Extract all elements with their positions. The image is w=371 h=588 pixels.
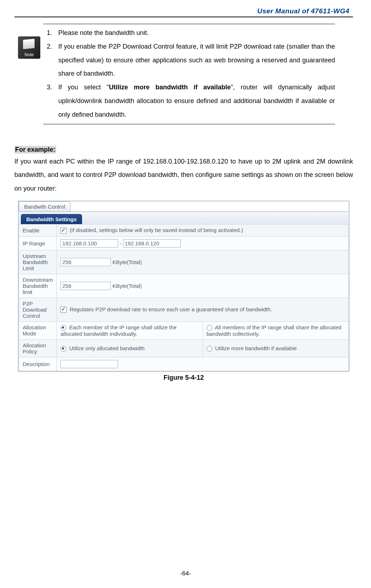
example-label: For example:	[14, 146, 56, 153]
policy-radio-only[interactable]	[60, 346, 66, 352]
upstream-input[interactable]	[60, 258, 111, 266]
note-icon	[18, 36, 40, 59]
mode-opt2-text: All members of the IP range shall share …	[207, 324, 341, 337]
mode-radio-individual[interactable]	[60, 325, 66, 331]
page-number: -64-	[0, 570, 371, 577]
row-upstream-label: Upstream Bandwidth Limit	[19, 250, 57, 274]
row-policy-label: Allocation Policy	[19, 339, 57, 357]
row-enable-label: Enable	[19, 224, 57, 236]
note-item-2: If you enable the P2P Download Control f…	[54, 40, 335, 81]
mode-opt1-text: Each member of the IP range shall utiliz…	[60, 324, 176, 337]
row-description-label: Description	[19, 357, 57, 371]
subtab-bandwidth-settings[interactable]: Bandwidth Settings	[21, 214, 82, 224]
note-item-3: If you select "Utilize more bandwidth if…	[54, 81, 335, 121]
figure-screenshot: Bandwith Control Bandwidth Settings Enab…	[18, 201, 349, 372]
ip-end-input[interactable]	[123, 239, 181, 248]
p2p-checkbox[interactable]	[60, 307, 67, 313]
policy-radio-more[interactable]	[207, 346, 212, 352]
downstream-input[interactable]	[60, 282, 111, 290]
policy-opt1-text: Utilize only allocated bandwidth	[69, 345, 144, 351]
description-input[interactable]	[60, 360, 118, 368]
row-p2p-label: P2P Download Control	[19, 298, 57, 321]
note-list: Please note the bandwidth unit. If you e…	[43, 26, 335, 122]
row-downstream-label: Downstream Bandwidth limit	[19, 274, 57, 298]
p2p-text: Regulates P2P download rate to ensure ea…	[69, 306, 272, 312]
downstream-unit: KByte(Total)	[112, 283, 142, 289]
figure-caption: Figure 5-4-12	[14, 374, 353, 382]
example-text: If you want each PC within the IP range …	[14, 155, 353, 196]
row-mode-label: Allocation Mode	[19, 321, 57, 339]
upstream-unit: KByte(Total)	[112, 259, 142, 265]
header-rule	[14, 17, 353, 17]
enable-text: (If disabled, settings below will only b…	[69, 227, 243, 233]
row-ip-label: IP Range	[19, 236, 57, 250]
enable-checkbox[interactable]	[60, 228, 67, 234]
policy-opt2-text: Utilize more bandwidth if available	[215, 345, 297, 351]
ip-start-input[interactable]	[60, 239, 118, 248]
note-item-1: Please note the bandwidth unit.	[54, 26, 335, 40]
mode-radio-collective[interactable]	[207, 325, 212, 331]
page-header-title: User Manual of 47611-WG4	[14, 7, 353, 15]
tab-bandwidth-control[interactable]: Bandwith Control	[19, 201, 71, 211]
